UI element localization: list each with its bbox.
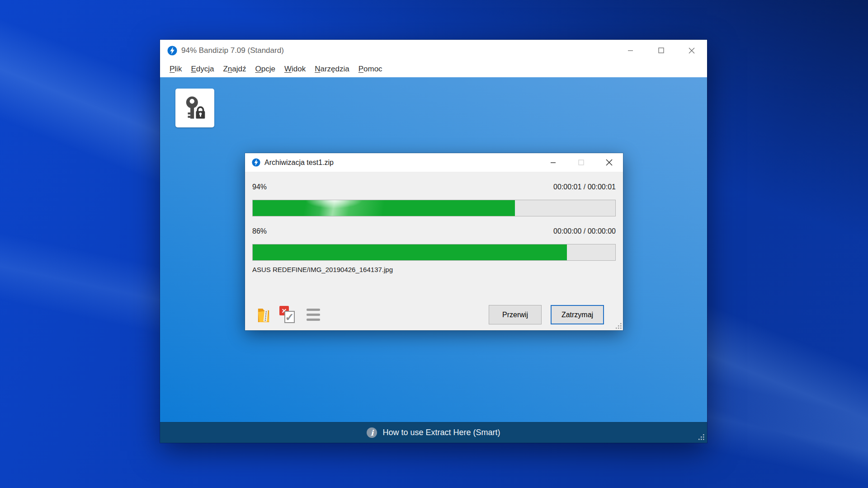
maximize-icon	[578, 160, 584, 165]
stop-button[interactable]: Zatrzymaj	[551, 305, 604, 324]
maximize-button[interactable]	[646, 40, 676, 61]
archiving-progress-dialog: Archiwizacja test1.zip 94% 00:00:01 / 00…	[245, 153, 623, 330]
menu-item-widok[interactable]: Widok	[280, 63, 310, 75]
encrypted-file-item[interactable]	[175, 89, 214, 127]
bandizip-logo-icon	[252, 158, 260, 167]
progress-bar-file	[252, 244, 616, 261]
progress-1-time: 00:00:01 / 00:00:01	[553, 183, 616, 191]
dialog-resize-grip[interactable]	[616, 323, 622, 329]
statusbar-tip-link[interactable]: How to use Extract Here (Smart)	[382, 428, 500, 437]
minimize-button[interactable]	[615, 40, 646, 61]
dialog-caption-buttons	[539, 153, 623, 172]
progress-1-percent: 94%	[252, 183, 267, 191]
menu-item-narzedzia[interactable]: Narzędzia	[310, 63, 354, 75]
progress-2-time: 00:00:00 / 00:00:00	[553, 227, 616, 235]
dialog-minimize-button[interactable]	[539, 153, 567, 172]
abort-button[interactable]: Przerwij	[489, 305, 542, 324]
progress-fill-total	[253, 200, 515, 216]
progress-row-2-labels: 86% 00:00:00 / 00:00:00	[252, 227, 616, 235]
menubar: Plik Edycja Znajdź Opcje Widok Narzędzia…	[160, 61, 707, 77]
menu-item-opcje[interactable]: Opcje	[250, 63, 279, 75]
bandizip-logo-icon	[167, 46, 177, 56]
dialog-tool-icons: ✕ ✓	[257, 306, 320, 325]
dialog-titlebar[interactable]: Archiwizacja test1.zip	[245, 153, 623, 172]
info-icon: i	[367, 427, 377, 438]
desktop: { "colors": { "desktop_blue": "#0a3cbd",…	[0, 0, 868, 488]
key-lock-icon	[181, 94, 209, 122]
menu-item-pomoc[interactable]: Pomoc	[354, 63, 387, 75]
maximize-icon	[658, 47, 664, 53]
statusbar: i How to use Extract Here (Smart)	[160, 422, 707, 443]
minimize-icon	[627, 47, 633, 53]
dialog-title: Archiwizacja test1.zip	[264, 159, 334, 167]
dialog-close-button[interactable]	[595, 153, 623, 172]
close-icon	[689, 47, 695, 54]
checkbox-icon: ✓	[284, 311, 295, 323]
close-button[interactable]	[676, 40, 707, 61]
progress-row-1-labels: 94% 00:00:01 / 00:00:01	[252, 183, 616, 191]
menu-item-edycja[interactable]: Edycja	[186, 63, 218, 75]
close-icon	[606, 159, 613, 166]
current-file-path: ASUS REDEFINE/IMG_20190426_164137.jpg	[252, 266, 393, 273]
dialog-menu-icon[interactable]	[307, 309, 320, 321]
progress-bar-total	[252, 200, 616, 216]
menu-item-znajdz[interactable]: Znajdź	[218, 63, 250, 75]
open-folder-icon[interactable]	[257, 306, 270, 323]
minimize-icon	[550, 160, 556, 165]
progress-fill-file	[253, 244, 567, 260]
progress-2-percent: 86%	[252, 227, 267, 235]
menu-item-plik[interactable]: Plik	[165, 63, 186, 75]
main-caption-buttons	[615, 40, 707, 61]
window-resize-grip[interactable]	[698, 434, 704, 440]
dialog-maximize-button-disabled	[567, 153, 595, 172]
window-title: 94% Bandizip 7.09 (Standard)	[181, 46, 284, 55]
main-titlebar[interactable]: 94% Bandizip 7.09 (Standard)	[160, 40, 707, 61]
error-action-icon[interactable]: ✕ ✓	[279, 306, 297, 324]
